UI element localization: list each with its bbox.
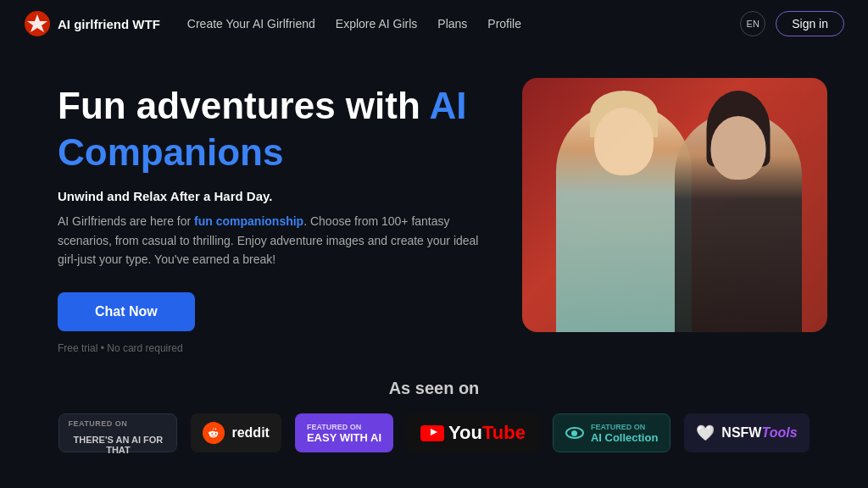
easywith-content: FEATURED ON EASY WITH AI — [307, 423, 381, 444]
aicollection-eye-icon — [565, 427, 584, 439]
easywith-name: EASY WITH AI — [307, 431, 381, 444]
theresan-featured-label: FEATURED ON — [68, 419, 127, 428]
navigation: AI girlfriend WTF Create Your AI Girlfri… — [0, 0, 868, 47]
aicollection-name: AI Collection — [591, 431, 658, 444]
figure-left-face — [594, 108, 654, 175]
figure-right-face — [711, 116, 766, 180]
reddit-text: reddit — [231, 425, 269, 441]
hero-figures — [522, 78, 827, 332]
nav-profile-link[interactable]: Profile — [487, 17, 521, 30]
nav-plans-link[interactable]: Plans — [437, 17, 467, 30]
hero-desc-highlight: fun companionship — [194, 214, 303, 228]
hero-desc-prefix: AI Girlfriends are here for — [58, 214, 194, 228]
aicollection-pupil — [571, 430, 577, 436]
sign-in-button[interactable]: Sign in — [776, 11, 844, 36]
hero-description: AI Girlfriends are here for fun companio… — [58, 212, 488, 269]
nav-explore-link[interactable]: Explore AI Girls — [336, 17, 417, 30]
badge-reddit[interactable]: reddit — [191, 413, 281, 452]
hero-title-text: Fun adventures with — [58, 85, 429, 126]
aicollection-featured-label: Featured On — [591, 423, 645, 431]
aicollection-text-wrap: Featured On AI Collection — [591, 423, 658, 444]
badge-theresan[interactable]: FEATURED ON THERE'S AN AI FOR THAT — [58, 413, 177, 452]
free-trial-text: Free trial • No card required — [58, 342, 183, 354]
hero-companions: Companions — [58, 131, 488, 175]
figure-right — [675, 112, 802, 332]
nav-links: Create Your AI Girlfriend Explore AI Gir… — [187, 17, 521, 30]
nsfw-heart-icon: 🤍 — [696, 424, 715, 442]
figure-left — [556, 103, 692, 332]
hero-image — [522, 78, 827, 332]
nav-create-link[interactable]: Create Your AI Girlfriend — [187, 17, 315, 30]
hero-section: Fun adventures with AI Companions Unwind… — [0, 47, 868, 355]
as-seen-on-section: As seen on FEATURED ON THERE'S AN AI FOR… — [0, 355, 868, 466]
hero-title: Fun adventures with AI — [58, 85, 488, 128]
youtube-logo: YouTube — [420, 422, 526, 444]
language-selector[interactable]: EN — [740, 11, 765, 36]
reddit-icon — [203, 422, 225, 444]
theresan-name: THERE'S AN AI FOR THAT — [68, 435, 168, 455]
logo[interactable]: AI girlfriend WTF — [24, 10, 160, 37]
youtube-box — [420, 425, 444, 441]
logo-icon — [24, 10, 51, 37]
svg-marker-3 — [431, 429, 437, 435]
hero-title-ai: AI — [429, 85, 466, 126]
hero-tagline: Unwind and Relax After a Hard Day. — [58, 189, 488, 203]
logo-text: AI girlfriend WTF — [58, 17, 160, 31]
badge-youtube[interactable]: YouTube — [407, 413, 539, 452]
chat-now-button[interactable]: Chat Now — [58, 292, 195, 331]
hero-left: Fun adventures with AI Companions Unwind… — [58, 78, 488, 355]
easywith-featured-label: FEATURED ON — [307, 423, 361, 431]
youtube-text: YouTube — [448, 422, 526, 444]
badge-nsfw[interactable]: 🤍 NSFWTools — [684, 413, 809, 452]
badges-row: FEATURED ON THERE'S AN AI FOR THAT reddi… — [41, 413, 827, 452]
badge-easywith[interactable]: FEATURED ON EASY WITH AI — [295, 413, 393, 452]
nav-right: EN Sign in — [740, 11, 844, 36]
badge-aicollection[interactable]: Featured On AI Collection — [553, 413, 670, 452]
nsfw-text: NSFWTools — [721, 425, 797, 441]
as-seen-title: As seen on — [41, 379, 827, 398]
